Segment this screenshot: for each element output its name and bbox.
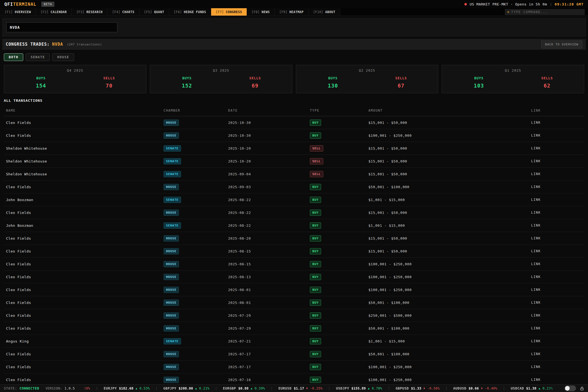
cell-amount: $15,001 - $50,000 — [368, 146, 531, 150]
disclosure-link[interactable]: LINK — [531, 133, 582, 137]
quarter-card: Q3 2025 BUYS 152 SELLS 69 — [150, 65, 292, 93]
cell-chamber: SENATE — [164, 145, 228, 152]
trade-type-badge: BUY — [310, 235, 321, 242]
version-label: VERSION: — [45, 386, 62, 390]
disclosure-link[interactable]: LINK — [531, 198, 582, 202]
cell-amount: $250,001 - $500,000 — [368, 313, 531, 318]
tab-item[interactable]: [F9] HEATMAP — [275, 8, 308, 16]
fx-direction-arrow-icon: ▲ — [538, 387, 540, 390]
chamber-badge: HOUSE — [164, 300, 179, 306]
disclosure-link[interactable]: LINK — [531, 159, 582, 163]
cell-date: 2025-08-22 — [228, 211, 310, 215]
fx-price: $1.38 — [526, 386, 537, 390]
chamber-badge: HOUSE — [164, 248, 179, 254]
disclosure-link[interactable]: LINK — [531, 185, 582, 189]
cell-chamber: HOUSE — [164, 351, 228, 357]
cell-politician-name: Cleo Fields — [6, 352, 164, 356]
disclosure-link[interactable]: LINK — [531, 249, 582, 253]
table-row: Cleo Fields HOUSE 2025-07-29 BUY $50,001… — [4, 322, 584, 335]
trade-type-badge: BUY — [310, 274, 321, 280]
trade-type-badge: BUY — [310, 197, 321, 203]
table-row: Cleo Fields HOUSE 2025-08-13 BUY $100,00… — [4, 271, 584, 283]
fx-direction-arrow-icon: ▼ — [423, 387, 425, 390]
disclosure-link[interactable]: LINK — [531, 339, 582, 343]
tab-item[interactable]: [F5] QUANT — [139, 8, 169, 16]
tab-item[interactable]: [F3] RESEARCH — [72, 8, 107, 16]
market-opens-label: Opens in 5h 0m — [515, 2, 547, 6]
disclosure-link[interactable]: LINK — [531, 172, 582, 176]
top-bar: QFITERMINAL BETA US MARKET PRE-MKT · Ope… — [0, 0, 588, 8]
disclosure-link[interactable]: LINK — [531, 365, 582, 369]
tab-fkey: [F1] — [5, 10, 13, 14]
unlock-icon[interactable] — [580, 386, 584, 391]
chamber-filter-button[interactable]: HOUSE — [52, 53, 74, 61]
ticker-separator: | — [328, 386, 330, 390]
tab-item[interactable]: [F4] CHARTS — [107, 8, 139, 16]
beta-badge: BETA — [41, 2, 55, 7]
disclosure-link[interactable]: LINK — [531, 146, 582, 150]
cell-type: SELL — [310, 158, 368, 164]
cell-date: 2025-08-13 — [228, 275, 310, 279]
ticker-search-input[interactable] — [6, 22, 117, 32]
chamber-badge: HOUSE — [164, 287, 179, 293]
tab-item[interactable]: [F10] ABOUT — [308, 8, 340, 16]
tab-label: NEWS — [262, 10, 270, 14]
fx-change: 0.21% — [199, 386, 209, 390]
market-status-dot — [464, 3, 467, 5]
disclosure-link[interactable]: LINK — [531, 211, 582, 214]
tab-item[interactable]: [F2] CALENDAR — [36, 8, 72, 16]
fx-change: 0.78% — [372, 386, 382, 390]
cell-amount: $100,001 - $250,000 — [368, 365, 531, 369]
tab-item[interactable]: [F7] CONGRESS — [211, 8, 247, 16]
trade-type-badge: BUY — [310, 364, 321, 370]
chamber-filter-button[interactable]: BOTH — [4, 53, 23, 61]
tab-fkey: [F2] — [40, 10, 49, 14]
cell-politician-name: Cleo Fields — [6, 313, 164, 318]
fx-quote: USDJPY $155.89 ▲ 0.78% — [336, 386, 382, 390]
disclosure-link[interactable]: LINK — [531, 326, 582, 330]
congress-ticker-symbol: NVDA — [52, 42, 63, 47]
command-input[interactable] — [511, 10, 582, 14]
cell-chamber: HOUSE — [164, 312, 228, 319]
cell-date: 2025-07-17 — [228, 365, 310, 369]
theme-toggle[interactable] — [564, 385, 576, 391]
ticker-partial-change: .38% — [82, 386, 90, 390]
cell-chamber: HOUSE — [164, 235, 228, 242]
cell-chamber: HOUSE — [164, 325, 228, 332]
tab-item[interactable]: [F6] HEDGE FUNDS — [169, 8, 211, 16]
cell-amount: $100,001 - $250,000 — [368, 262, 531, 266]
disclosure-link[interactable]: LINK — [531, 275, 582, 279]
back-to-overview-button[interactable]: BACK TO OVERVIEW — [541, 40, 582, 48]
cell-politician-name: Cleo Fields — [6, 211, 164, 215]
cell-amount: $1,001 - $15,000 — [368, 198, 531, 202]
table-header-row: NAME CHAMBER DATE TYPE AMOUNT LINK — [4, 105, 584, 116]
cell-type: BUY — [310, 210, 368, 216]
disclosure-link[interactable]: LINK — [531, 313, 582, 317]
chamber-filter-button[interactable]: SENATE — [26, 53, 50, 61]
trade-type-badge: SELL — [310, 158, 323, 164]
tab-item[interactable]: [F8] NEWS — [247, 8, 275, 16]
disclosure-link[interactable]: LINK — [531, 262, 582, 266]
tab-item[interactable]: [F1] OVERVIEW — [0, 8, 36, 16]
fx-price: $1.33 — [411, 386, 421, 390]
table-row: Cleo Fields HOUSE 2025-08-15 BUY $15,001… — [4, 245, 584, 258]
trade-type-badge: BUY — [310, 377, 321, 383]
buys-value: 152 — [153, 83, 221, 89]
brand-prefix: QFI — [4, 2, 13, 7]
cell-date: 2025-08-15 — [228, 249, 310, 253]
disclosure-link[interactable]: LINK — [531, 288, 582, 292]
fx-quote: GBPUSD $1.33 ▼ -0.56% — [396, 386, 440, 390]
cell-amount: $50,001 - $100,000 — [368, 352, 531, 356]
quarter-label: Q2 2025 — [299, 68, 435, 72]
disclosure-link[interactable]: LINK — [531, 223, 582, 227]
fx-quote: EURJPY $182.68 ▲ 0.53% — [104, 386, 150, 390]
quarter-buys: BUYS 103 — [445, 76, 513, 89]
disclosure-link[interactable]: LINK — [531, 301, 582, 304]
disclosure-link[interactable]: LINK — [531, 236, 582, 240]
chamber-badge: SENATE — [164, 158, 181, 164]
cell-type: SELL — [310, 145, 368, 152]
disclosure-link[interactable]: LINK — [531, 352, 582, 356]
disclosure-link[interactable]: LINK — [531, 378, 582, 382]
disclosure-link[interactable]: LINK — [531, 121, 582, 124]
column-header-date: DATE — [228, 109, 310, 112]
